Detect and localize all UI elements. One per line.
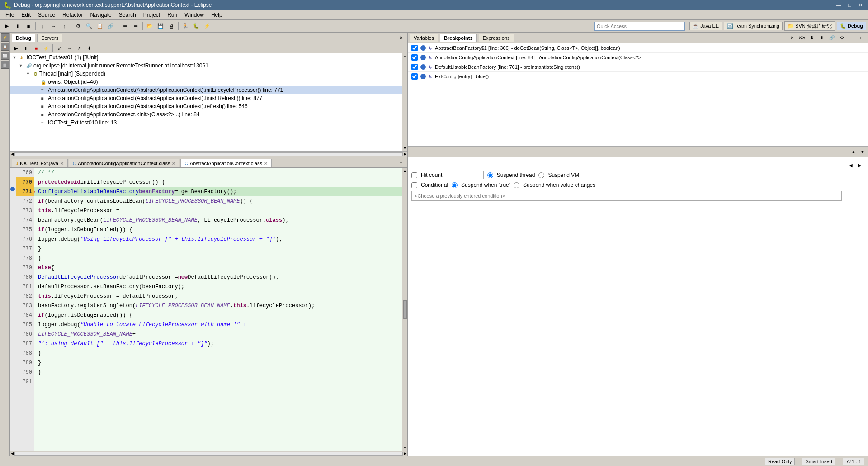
perspective-svn[interactable]: 📁 SVN 资源库研究: [784, 21, 835, 31]
tb-btn-3[interactable]: ■: [24, 21, 33, 31]
hit-count-checkbox[interactable]: [411, 172, 417, 178]
code-vscrollbar[interactable]: ▲ ▼: [402, 168, 407, 451]
scroll-left[interactable]: ◀: [11, 152, 14, 156]
code-scroll-left[interactable]: ◀: [11, 452, 14, 456]
debug-item-frame-4[interactable]: ≡ AnnotationConfigApplicationContext.<in…: [10, 110, 402, 119]
debug-tb-disconnect[interactable]: ⚡: [42, 44, 51, 52]
debug-item-frame-1[interactable]: ≡ AnnotationConfigApplicationContext(Abs…: [10, 86, 402, 94]
maximize-button[interactable]: □: [846, 2, 853, 8]
tab-abstractapp-close[interactable]: ✕: [264, 161, 268, 166]
bp-check-1[interactable]: [411, 45, 418, 51]
debug-hscrollbar[interactable]: ◀ ▶: [10, 151, 407, 157]
code-scroll-up[interactable]: ▲: [403, 169, 407, 173]
menu-run[interactable]: Run: [164, 11, 181, 19]
menu-source[interactable]: Source: [34, 11, 59, 19]
scroll-track-h[interactable]: [14, 152, 403, 156]
tb-btn-13[interactable]: 🏃: [180, 21, 190, 31]
tab-ioctest[interactable]: J IOCTest_Ext.java ✕: [12, 159, 68, 167]
scroll-down[interactable]: ▼: [403, 146, 407, 150]
right-top-maximize[interactable]: □: [857, 34, 866, 42]
debug-tb-terminate[interactable]: ■: [32, 44, 41, 52]
bp-check-2[interactable]: [411, 54, 418, 61]
right-scroll-down[interactable]: ▼: [858, 147, 867, 156]
suspend-changes-radio[interactable]: [514, 182, 519, 188]
breakpoint-marker-771[interactable]: [10, 187, 15, 191]
title-bar-controls[interactable]: — □ ✕: [834, 2, 864, 8]
code-scroll-down[interactable]: ▼: [403, 446, 407, 450]
menu-help[interactable]: Help: [208, 11, 226, 19]
tb-btn-step-return[interactable]: ↑: [59, 21, 69, 31]
debug-minimize-btn[interactable]: —: [377, 34, 386, 42]
tb-btn-11[interactable]: 💾: [156, 21, 165, 31]
code-hscrollbar[interactable]: ◀ ▶: [10, 451, 407, 456]
tab-breakpoints[interactable]: Breakpoints: [440, 34, 477, 42]
tb-btn-10[interactable]: 📂: [145, 21, 155, 31]
tab-expressions[interactable]: Expressions: [479, 34, 514, 42]
debug-item-thread[interactable]: ▼ ⚙ Thread [main] (Suspended): [10, 70, 402, 78]
tb-btn-4[interactable]: ⚙: [73, 21, 83, 31]
bp-item-4[interactable]: ↳ ExtConfig [entry] - blue(): [408, 72, 868, 81]
tb-btn-7[interactable]: 🔗: [106, 21, 116, 31]
conditional-checkbox[interactable]: [411, 182, 417, 188]
hit-count-input[interactable]: [448, 171, 484, 179]
debug-close-btn[interactable]: ✕: [396, 34, 406, 42]
quick-access-input[interactable]: [594, 22, 685, 31]
suspend-thread-radio[interactable]: [487, 172, 493, 178]
tb-btn-debug[interactable]: 🐛: [191, 21, 201, 31]
sidebar-icon-4[interactable]: ▤: [1, 61, 9, 69]
bp-tb-expand[interactable]: ⬇: [807, 34, 816, 42]
bp-tb-collapse[interactable]: ⬆: [817, 34, 826, 42]
tb-btn-12[interactable]: 🖨: [166, 21, 176, 31]
perspective-debug[interactable]: 🐛 Debug: [837, 22, 866, 30]
code-scroll-track-h[interactable]: [14, 452, 403, 456]
suspend-true-radio[interactable]: [452, 182, 458, 188]
editor-minimize-btn[interactable]: —: [387, 159, 396, 167]
detail-scroll-right[interactable]: ▶: [855, 161, 864, 169]
debug-tb-suspend[interactable]: ⏸: [22, 44, 31, 52]
code-scroll-right[interactable]: ▶: [404, 452, 406, 456]
menu-refactor[interactable]: Refactor: [59, 11, 86, 19]
tb-btn-step-into[interactable]: ↓: [38, 21, 47, 31]
bp-item-2[interactable]: ↳ AnnotationConfigApplicationContext [li…: [408, 53, 868, 62]
debug-item-junit[interactable]: ▼ Ju IOCTest_Ext.test01 (1) [JUnit]: [10, 53, 402, 62]
menu-project[interactable]: Project: [140, 11, 164, 19]
close-button[interactable]: ✕: [857, 2, 864, 8]
sidebar-icon-3[interactable]: ⬜: [1, 52, 9, 60]
menu-edit[interactable]: Edit: [18, 11, 34, 19]
tb-btn-step-over[interactable]: →: [48, 21, 58, 31]
tab-debug[interactable]: Debug: [12, 34, 35, 42]
debug-item-frame-3[interactable]: ≡ AnnotationConfigApplicationContext(Abs…: [10, 102, 402, 110]
menu-search[interactable]: Search: [115, 11, 140, 19]
debug-tb-step-into[interactable]: ↙: [55, 44, 64, 52]
sidebar-icon-2[interactable]: 📋: [1, 43, 9, 51]
menu-file[interactable]: File: [2, 11, 18, 19]
debug-tb-step-over[interactable]: →: [65, 44, 74, 52]
debug-tb-step-return[interactable]: ↗: [75, 44, 84, 52]
bp-tb-remove-all[interactable]: ✕✕: [797, 34, 807, 42]
detail-scroll-left[interactable]: ◀: [846, 161, 855, 169]
debug-tb-resume[interactable]: ▶: [12, 44, 21, 52]
right-scroll-up[interactable]: ▲: [849, 147, 858, 156]
bp-item-1[interactable]: ↳ AbstractBeanFactory$1 [line: 306] - do…: [408, 43, 868, 53]
editor-maximize-btn[interactable]: □: [396, 159, 406, 167]
bp-tb-link[interactable]: 🔗: [827, 34, 836, 42]
bp-tb-remove[interactable]: ✕: [788, 34, 797, 42]
debug-maximize-btn[interactable]: □: [387, 34, 396, 42]
debug-scrollbar[interactable]: ▲ ▼: [402, 53, 407, 151]
tb-btn-6[interactable]: 📋: [95, 21, 105, 31]
code-content[interactable]: // */ protected void initLifecycleProces…: [34, 168, 402, 451]
tb-btn-5[interactable]: 🔍: [84, 21, 94, 31]
menu-navigate[interactable]: Navigate: [86, 11, 115, 19]
tab-annotationconfig-close[interactable]: ✕: [172, 161, 175, 166]
bp-check-3[interactable]: [411, 64, 418, 70]
debug-tb-drop-frame[interactable]: ⬇: [85, 44, 94, 52]
tab-ioctest-close[interactable]: ✕: [60, 161, 64, 166]
debug-item-owns[interactable]: 🔒 owns: Object (id=46): [10, 78, 402, 86]
tb-btn-8[interactable]: ⬅: [120, 21, 130, 31]
tb-btn-14[interactable]: ⚡: [202, 21, 212, 31]
tb-btn-1[interactable]: ▶: [2, 21, 12, 31]
code-scroll-thumb[interactable]: [403, 300, 407, 319]
debug-item-frame-5[interactable]: ≡ IOCTest_Ext.test010 line: 13: [10, 119, 402, 127]
tb-btn-2[interactable]: ⏸: [13, 21, 23, 31]
tab-annotationconfig[interactable]: C AnnotationConfigApplicationContext.cla…: [69, 159, 179, 167]
